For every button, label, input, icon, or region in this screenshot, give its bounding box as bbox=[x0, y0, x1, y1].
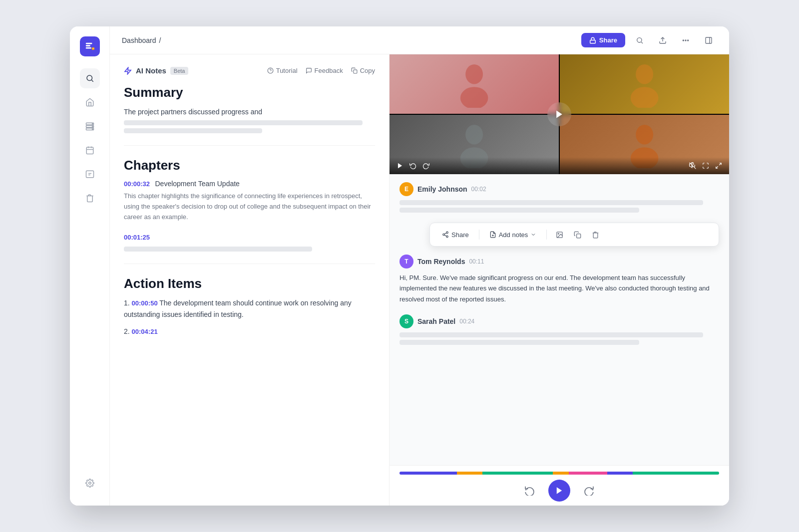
feedback-button[interactable]: Feedback bbox=[306, 67, 343, 74]
feedback-label: Feedback bbox=[315, 67, 343, 74]
svg-line-42 bbox=[444, 233, 446, 234]
toolbar-add-notes-label: Add notes bbox=[499, 231, 528, 239]
sidebar-item-settings[interactable] bbox=[80, 476, 100, 496]
transcript-entry-emily: E Emily Johnson 00:02 bbox=[400, 182, 719, 213]
toolbar-share-label: Share bbox=[451, 231, 469, 239]
svg-point-15 bbox=[637, 37, 642, 42]
right-panel: E Emily Johnson 00:02 bbox=[390, 54, 729, 506]
sidebar-item-trash[interactable] bbox=[80, 188, 100, 208]
toolbar-image-button[interactable] bbox=[552, 227, 567, 242]
chapter-2-skeleton bbox=[124, 247, 375, 252]
video-volume-btn[interactable] bbox=[688, 161, 697, 170]
emily-avatar: E bbox=[400, 182, 413, 196]
svg-line-37 bbox=[716, 166, 718, 168]
ai-notes-title: AI Notes Beta bbox=[124, 66, 188, 75]
app-logo[interactable] bbox=[80, 36, 100, 56]
svg-point-10 bbox=[92, 129, 93, 130]
copy-label: Copy bbox=[360, 67, 375, 74]
transcript-entry-tom: T Tom Reynolds 00:11 Hi, PM. Sure. We've… bbox=[400, 255, 719, 304]
svg-point-19 bbox=[688, 40, 689, 41]
toolbar-delete-button[interactable] bbox=[588, 227, 603, 242]
svg-rect-20 bbox=[706, 37, 712, 43]
sidebar-item-calendar[interactable] bbox=[80, 140, 100, 160]
timeline-controls bbox=[400, 480, 719, 502]
ai-notes-header: AI Notes Beta Tutorial bbox=[124, 66, 375, 75]
svg-rect-14 bbox=[590, 40, 596, 43]
beta-badge: Beta bbox=[170, 67, 189, 75]
video-controls-bar bbox=[390, 157, 729, 174]
chapter-2-timestamp[interactable]: 00:01:25 bbox=[124, 234, 150, 241]
timeline-track[interactable] bbox=[400, 472, 719, 475]
video-replay-btn[interactable] bbox=[408, 161, 417, 170]
tom-header: T Tom Reynolds 00:11 bbox=[400, 255, 719, 268]
body-split: AI Notes Beta Tutorial bbox=[110, 54, 729, 506]
chapters-heading: Chapters bbox=[124, 158, 375, 173]
video-play-button[interactable] bbox=[547, 102, 571, 126]
toolbar-add-notes-button[interactable]: Add notes bbox=[484, 229, 542, 241]
sidebar-item-search[interactable] bbox=[80, 68, 100, 88]
svg-rect-0 bbox=[85, 43, 92, 44]
video-cell-2 bbox=[560, 54, 729, 114]
sidebar-item-storage[interactable] bbox=[80, 116, 100, 136]
sidebar-item-contacts[interactable] bbox=[80, 164, 100, 184]
breadcrumb-separator: / bbox=[159, 36, 161, 44]
action-1-number: 1. bbox=[124, 299, 130, 307]
video-fullscreen-btn[interactable] bbox=[701, 161, 710, 170]
emily-name: Emily Johnson bbox=[417, 185, 467, 193]
video-forward-btn[interactable] bbox=[421, 161, 430, 170]
svg-rect-2 bbox=[85, 47, 91, 49]
svg-point-39 bbox=[443, 234, 445, 236]
more-button[interactable] bbox=[677, 32, 694, 49]
app-window: Dashboard / Share bbox=[70, 26, 729, 506]
timeline-forward-button[interactable] bbox=[580, 482, 598, 500]
action-2-number: 2. bbox=[124, 327, 130, 335]
tom-name: Tom Reynolds bbox=[417, 258, 465, 266]
video-play-ctrl[interactable] bbox=[396, 161, 404, 170]
share-label: Share bbox=[599, 36, 617, 44]
sidebar bbox=[70, 26, 110, 506]
sidebar-item-home[interactable] bbox=[80, 92, 100, 112]
tom-time: 00:11 bbox=[469, 258, 484, 265]
action-2-timestamp[interactable]: 00:04:21 bbox=[132, 328, 158, 335]
chapter-1-timestamp[interactable]: 00:00:32 bbox=[124, 180, 150, 188]
svg-point-31 bbox=[636, 125, 653, 145]
svg-point-28 bbox=[631, 87, 659, 108]
sidebar-toggle-button[interactable] bbox=[700, 32, 717, 49]
sarah-avatar: S bbox=[400, 314, 413, 328]
svg-point-17 bbox=[683, 40, 684, 41]
svg-point-9 bbox=[92, 126, 93, 127]
svg-rect-1 bbox=[85, 45, 90, 46]
tutorial-button[interactable]: Tutorial bbox=[267, 67, 298, 74]
timeline-play-button[interactable] bbox=[548, 480, 570, 502]
svg-point-38 bbox=[446, 232, 448, 234]
svg-point-27 bbox=[636, 64, 653, 84]
video-maximize-btn[interactable] bbox=[714, 161, 723, 170]
svg-line-36 bbox=[719, 163, 721, 165]
toolbar-divider-2 bbox=[546, 230, 547, 240]
action-1-timestamp[interactable]: 00:00:50 bbox=[132, 299, 158, 307]
svg-point-46 bbox=[558, 233, 559, 234]
svg-rect-24 bbox=[354, 70, 357, 73]
share-button[interactable]: Share bbox=[581, 33, 625, 47]
floating-toolbar: Share Add notes bbox=[429, 223, 719, 247]
search-button[interactable] bbox=[631, 32, 648, 49]
svg-point-40 bbox=[446, 236, 448, 238]
tom-text: Hi, PM. Sure. We've made significant pro… bbox=[400, 272, 719, 304]
svg-marker-33 bbox=[556, 111, 562, 118]
chapter-1-header: 00:00:32 Development Team Update bbox=[124, 179, 375, 188]
copy-button[interactable]: Copy bbox=[351, 67, 375, 74]
upload-button[interactable] bbox=[654, 32, 671, 49]
transcript-section: E Emily Johnson 00:02 bbox=[390, 174, 729, 465]
timeline-replay-button[interactable] bbox=[520, 482, 538, 500]
toolbar-share-button[interactable]: Share bbox=[437, 229, 474, 241]
video-cell-1 bbox=[390, 54, 559, 114]
breadcrumb: Dashboard / bbox=[122, 36, 161, 44]
tom-avatar: T bbox=[400, 255, 413, 268]
svg-marker-34 bbox=[398, 163, 402, 169]
toolbar-copy-button[interactable] bbox=[570, 227, 585, 242]
svg-point-25 bbox=[465, 64, 483, 84]
sarah-name: Sarah Patel bbox=[417, 317, 455, 325]
chapter-1-desc: This chapter highlights the significance… bbox=[124, 191, 375, 222]
breadcrumb-dashboard[interactable]: Dashboard bbox=[122, 36, 156, 44]
ai-notes-actions: Tutorial Feedback bbox=[267, 67, 375, 74]
